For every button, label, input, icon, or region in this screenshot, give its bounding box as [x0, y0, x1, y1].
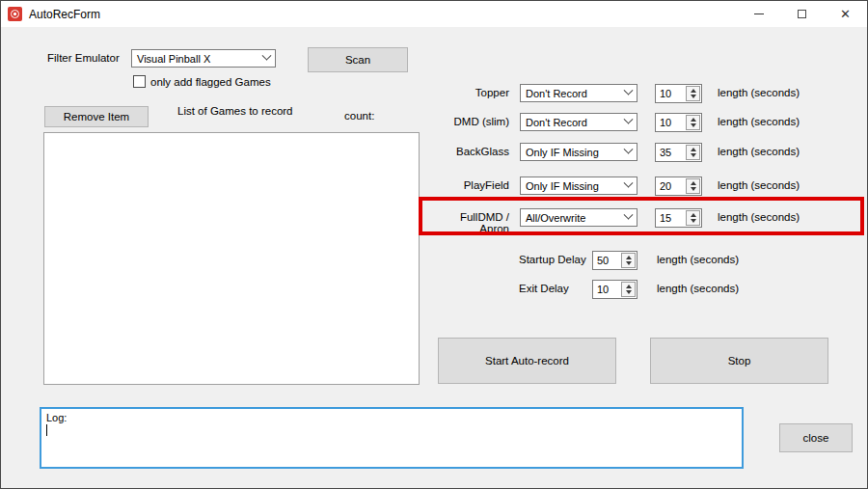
spinner-up-icon — [691, 148, 696, 151]
record-row-backglass: BackGlass Only IF Missing 35 length (sec… — [435, 143, 859, 162]
record-mode-value: All/Overwrite — [526, 212, 585, 224]
spinner-down-icon — [691, 123, 696, 127]
spinner-down-icon — [626, 290, 632, 294]
length-spinner[interactable]: 10 — [655, 84, 702, 103]
spinner-arrows[interactable] — [686, 145, 700, 160]
remove-item-button[interactable]: Remove Item — [44, 106, 149, 127]
spinner-up-icon — [626, 256, 632, 259]
length-spinner[interactable]: 10 — [655, 113, 702, 132]
record-row-label: Topper — [435, 87, 509, 98]
flagged-games-checkbox-label: only add flagged Games — [150, 76, 271, 88]
record-mode-select[interactable]: Only IF Missing — [520, 143, 637, 161]
exit-delay-row: Exit Delay 10 length (seconds) — [435, 280, 859, 299]
record-mode-value: Don't Record — [526, 88, 587, 99]
length-seconds-label: length (seconds) — [718, 179, 800, 191]
chevron-down-icon — [624, 210, 634, 220]
text-caret — [46, 424, 47, 436]
length-seconds-label: length (seconds) — [718, 146, 800, 157]
record-row-topper: Topper Don't Record 10 length (seconds) — [435, 84, 859, 103]
chevron-down-icon — [624, 145, 634, 154]
record-row-dmd-slim: DMD (slim) Don't Record 10 length (secon… — [435, 113, 859, 132]
length-spinner[interactable]: 20 — [655, 177, 702, 196]
spinner-arrows[interactable] — [621, 282, 636, 297]
length-value: 35 — [656, 144, 685, 161]
record-ring-icon — [11, 10, 19, 18]
emulator-select-value: Visual Pinball X — [137, 53, 210, 65]
record-row-label: FullDMD / Apron — [435, 211, 509, 234]
length-value: 20 — [656, 177, 685, 195]
length-value: 15 — [656, 209, 685, 227]
spinner-arrows[interactable] — [621, 253, 636, 268]
close-button[interactable]: close — [779, 423, 853, 452]
record-mode-select[interactable]: Only IF Missing — [520, 177, 637, 195]
record-mode-value: Only IF Missing — [526, 180, 599, 192]
scan-button[interactable]: Scan — [308, 47, 408, 72]
length-value: 10 — [656, 85, 685, 102]
spinner-up-icon — [691, 118, 696, 122]
flagged-games-checkbox-row[interactable]: only add flagged Games — [133, 75, 271, 88]
start-autorecord-button[interactable]: Start Auto-record — [438, 338, 616, 384]
length-seconds-label: length (seconds) — [718, 211, 800, 223]
chevron-down-icon — [624, 86, 634, 95]
exit-delay-label: Exit Delay — [519, 283, 569, 294]
games-list-title: List of Games to record — [177, 105, 293, 117]
record-row-fulldmd-apron: FullDMD / Apron All/Overwrite 15 length … — [435, 208, 859, 228]
spinner-up-icon — [626, 285, 632, 288]
length-spinner[interactable]: 15 — [655, 208, 702, 228]
record-mode-select[interactable]: Don't Record — [520, 84, 637, 102]
flagged-games-checkbox[interactable] — [133, 75, 146, 88]
title-bar: AutoRecForm ✕ — [1, 1, 867, 27]
autorecform-window: AutoRecForm ✕ Filter Emulator Visual Pin… — [0, 0, 868, 489]
log-textarea[interactable]: Log: — [40, 407, 744, 469]
spinner-arrows[interactable] — [686, 178, 700, 194]
chevron-down-icon — [624, 178, 634, 188]
startup-delay-label: Startup Delay — [519, 254, 586, 265]
length-value: 10 — [656, 114, 685, 131]
minimize-icon — [754, 14, 764, 14]
record-row-playfield: PlayField Only IF Missing 20 length (sec… — [435, 177, 859, 196]
spinner-down-icon — [626, 261, 632, 265]
minimize-button[interactable] — [737, 1, 780, 27]
exit-delay-spinner[interactable]: 10 — [592, 280, 637, 299]
record-row-label: DMD (slim) — [435, 116, 509, 127]
length-spinner[interactable]: 35 — [655, 143, 702, 162]
window-controls: ✕ — [737, 1, 867, 27]
length-seconds-label: length (seconds) — [657, 254, 739, 265]
chevron-down-icon — [624, 115, 634, 124]
log-text: Log: — [46, 412, 737, 423]
startup-delay-row: Startup Delay 50 length (seconds) — [435, 251, 859, 270]
record-app-icon — [8, 7, 22, 21]
window-title: AutoRecForm — [29, 8, 100, 21]
spinner-up-icon — [691, 213, 696, 217]
record-mode-value: Don't Record — [526, 117, 587, 128]
spinner-down-icon — [691, 153, 696, 157]
record-mode-select[interactable]: All/Overwrite — [520, 208, 637, 227]
maximize-icon — [798, 10, 806, 18]
spinner-down-icon — [691, 95, 696, 98]
close-window-button[interactable]: ✕ — [824, 1, 867, 27]
spinner-down-icon — [691, 219, 696, 223]
record-dot-icon — [14, 13, 16, 15]
spinner-arrows[interactable] — [686, 86, 700, 101]
length-seconds-label: length (seconds) — [657, 283, 739, 294]
spinner-arrows[interactable] — [686, 210, 700, 226]
chevron-down-icon — [262, 51, 272, 61]
record-row-label: BackGlass — [435, 146, 509, 157]
record-row-label: PlayField — [435, 179, 509, 191]
spinner-up-icon — [691, 89, 696, 93]
length-seconds-label: length (seconds) — [718, 87, 800, 98]
exit-delay-value: 10 — [593, 281, 620, 298]
startup-delay-value: 50 — [593, 252, 620, 269]
record-mode-select[interactable]: Don't Record — [520, 113, 637, 131]
spinner-down-icon — [691, 187, 696, 191]
length-seconds-label: length (seconds) — [718, 116, 800, 127]
emulator-select[interactable]: Visual Pinball X — [131, 49, 276, 68]
maximize-button[interactable] — [780, 1, 824, 27]
spinner-arrows[interactable] — [686, 115, 700, 130]
close-icon: ✕ — [840, 8, 851, 20]
count-label: count: — [344, 110, 374, 122]
games-listbox[interactable] — [43, 132, 420, 385]
stop-button[interactable]: Stop — [650, 338, 828, 384]
startup-delay-spinner[interactable]: 50 — [592, 251, 637, 270]
filter-emulator-label: Filter Emulator — [47, 52, 120, 64]
